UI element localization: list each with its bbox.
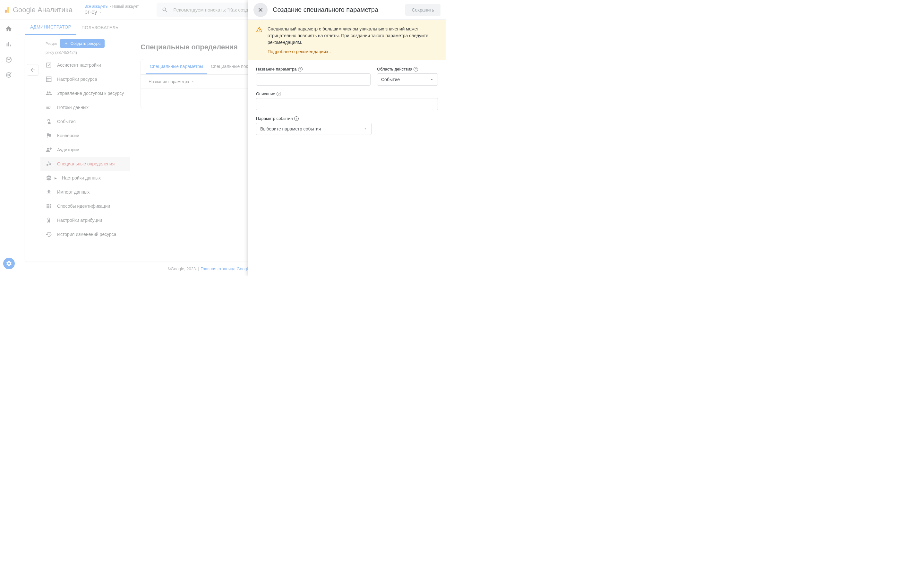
label-param-name-text: Название параметра — [256, 67, 297, 71]
warning-icon — [256, 26, 262, 33]
warning-link[interactable]: Подробнее о рекомендациях… — [268, 49, 333, 54]
drawer-header: Создание специального параметра Сохранит… — [248, 0, 446, 20]
caret-down-icon — [363, 127, 367, 131]
label-scope-text: Область действия — [377, 67, 412, 71]
label-param-name: Название параметра ? — [256, 67, 371, 71]
label-scope: Область действия ? — [377, 67, 438, 71]
help-icon[interactable]: ? — [298, 67, 302, 71]
scope-value: Событие — [381, 77, 400, 82]
warning-content: Специальный параметр с большим числом ун… — [268, 26, 438, 55]
label-description-text: Описание — [256, 91, 275, 96]
warning-text: Специальный параметр с большим числом ун… — [268, 26, 438, 46]
warning-banner: Специальный параметр с большим числом ун… — [248, 20, 446, 60]
event-param-placeholder: Выберите параметр события — [260, 126, 321, 131]
field-group-description: Описание ? — [256, 91, 438, 110]
help-icon[interactable]: ? — [276, 92, 281, 96]
label-event-param: Параметр события ? — [256, 116, 372, 121]
close-button[interactable] — [254, 3, 268, 17]
label-description: Описание ? — [256, 91, 438, 96]
drawer-title: Создание специального параметра — [273, 6, 400, 13]
description-input[interactable] — [256, 98, 438, 110]
event-param-select[interactable]: Выберите параметр события — [256, 123, 372, 135]
drawer-body: Название параметра ? Область действия ? … — [248, 60, 446, 147]
param-name-input[interactable] — [256, 73, 371, 85]
help-icon[interactable]: ? — [294, 116, 299, 121]
field-group-event-param: Параметр события ? Выберите параметр соб… — [256, 116, 372, 135]
field-group-scope: Область действия ? Событие — [377, 67, 438, 85]
help-icon[interactable]: ? — [414, 67, 418, 71]
field-group-name: Название параметра ? — [256, 67, 371, 85]
label-event-param-text: Параметр события — [256, 116, 293, 121]
scope-select[interactable]: Событие — [377, 73, 438, 85]
save-button[interactable]: Сохранить — [405, 4, 441, 16]
create-dimension-drawer: Создание специального параметра Сохранит… — [248, 0, 446, 276]
caret-down-icon — [430, 77, 434, 81]
close-icon — [257, 7, 264, 13]
